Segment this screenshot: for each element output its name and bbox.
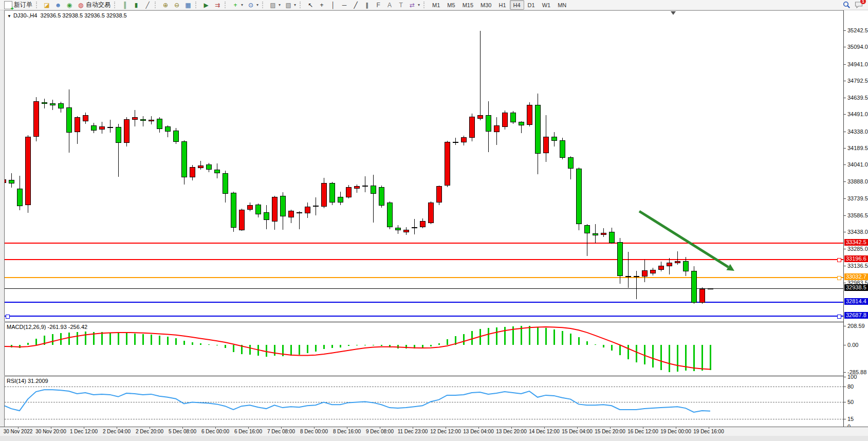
candle bbox=[354, 186, 360, 189]
time-label: 7 Dec 08:00 bbox=[267, 429, 295, 434]
zoom-out-button[interactable]: ⊖ bbox=[171, 0, 182, 10]
rsi-label: RSI(14) 31.2009 bbox=[7, 378, 48, 384]
axis-tick-label: 33586.5 bbox=[847, 212, 868, 218]
chevron-down-icon: ▾ bbox=[256, 3, 258, 7]
main-chart-panel[interactable]: ▼DJ30-,H4 32936.5 32938.5 32936.5 32938.… bbox=[4, 10, 843, 321]
candle bbox=[519, 122, 524, 125]
fibonacci-button[interactable]: F bbox=[373, 0, 384, 10]
tile-windows-button[interactable]: ▦ bbox=[182, 0, 194, 10]
candle bbox=[297, 212, 302, 213]
timeframe-m5-button[interactable]: M5 bbox=[444, 0, 458, 10]
zoom-in-button[interactable]: ⊕ bbox=[160, 0, 171, 10]
axis-tick bbox=[844, 345, 846, 345]
time-label: 8 Dec 16:00 bbox=[333, 429, 361, 434]
axis-tick-label: 33285.0 bbox=[847, 246, 868, 252]
cursor-icon: ↖ bbox=[307, 2, 314, 9]
candle bbox=[231, 193, 236, 228]
candle bbox=[568, 157, 574, 169]
axis-tick-label: 15 bbox=[847, 416, 854, 422]
time-label: 19 Dec 00:00 bbox=[660, 429, 691, 434]
axis-tick bbox=[844, 30, 846, 31]
axis-tick-label: 34792.5 bbox=[847, 78, 868, 84]
candle bbox=[617, 242, 623, 276]
axis-tick-label: 33888.0 bbox=[847, 178, 868, 185]
periods-clock-button[interactable]: ⊙▾ bbox=[245, 0, 261, 10]
price-badge: 33032.7 bbox=[844, 273, 868, 280]
new-order-button[interactable]: + 新订单 bbox=[2, 0, 34, 10]
macd-panel[interactable]: MACD(12,26,9) -261.93 -256.42 bbox=[4, 323, 843, 375]
rsi-panel[interactable]: RSI(14) 31.2009 bbox=[4, 377, 843, 427]
auto-scroll-button[interactable]: ▶ bbox=[200, 0, 212, 10]
time-label: 2 Dec 20:00 bbox=[136, 429, 163, 434]
timeframe-d1-button[interactable]: D1 bbox=[524, 0, 539, 10]
templates-icon: ▨ bbox=[269, 2, 276, 9]
candle bbox=[642, 270, 648, 277]
candle bbox=[445, 142, 450, 186]
cursor-button[interactable]: ↖ bbox=[305, 0, 316, 10]
autotrade-button[interactable]: ◍自动交易 bbox=[75, 0, 113, 10]
candle bbox=[288, 211, 294, 217]
horizontal-line-button[interactable]: ─ bbox=[339, 0, 350, 10]
price-scale[interactable]: 35242.535094.034941.034792.534639.534491… bbox=[843, 10, 868, 427]
timeframe-m30-button[interactable]: M30 bbox=[477, 0, 495, 10]
highlighter-button[interactable]: ◪ bbox=[41, 0, 52, 10]
timeframe-m15-button[interactable]: M15 bbox=[459, 0, 477, 10]
search-icon bbox=[843, 1, 851, 9]
candle bbox=[403, 230, 409, 232]
chart-shift-button[interactable]: ⇉ bbox=[212, 0, 223, 10]
candle bbox=[708, 288, 713, 289]
text-label-button[interactable]: T bbox=[395, 0, 407, 10]
toolbar-group-separator bbox=[114, 2, 117, 8]
text-label-icon: T bbox=[397, 2, 404, 9]
bar-chart-button[interactable]: ║ bbox=[119, 0, 131, 10]
profiles-button[interactable]: ☻ bbox=[52, 0, 64, 10]
timeframe-h4-button[interactable]: H4 bbox=[510, 0, 524, 10]
timeframe-mn-button[interactable]: MN bbox=[554, 0, 570, 10]
trendline-button[interactable]: ╱ bbox=[350, 0, 361, 10]
candle bbox=[214, 170, 220, 173]
add-indicator-button[interactable]: +▾ bbox=[230, 0, 245, 10]
toolbar-groups: ◪☻◉◍自动交易║▮╱⊕⊖▦▶⇉+▾⊙▾▨▾▧▾↖+│─╱∥FAT⇄▾M1M5M… bbox=[34, 0, 570, 10]
text-button[interactable]: A bbox=[384, 0, 395, 10]
candle-wick bbox=[143, 116, 143, 126]
axis-tick-label: 34941.0 bbox=[847, 61, 868, 67]
candle bbox=[576, 169, 582, 224]
candle-wick bbox=[636, 271, 637, 299]
templates-button[interactable]: ▨▾ bbox=[267, 0, 283, 10]
candle bbox=[428, 203, 434, 223]
timeframe-h1-button[interactable]: H1 bbox=[495, 0, 509, 10]
crosshair-button[interactable]: + bbox=[316, 0, 327, 10]
candle bbox=[387, 203, 393, 227]
time-label: 11 Dec 23:00 bbox=[398, 429, 428, 434]
zoom-out-icon: ⊖ bbox=[173, 2, 180, 9]
axis-tick bbox=[844, 181, 846, 182]
candle bbox=[346, 187, 352, 197]
arrows-button[interactable]: ⇄▾ bbox=[407, 0, 422, 10]
timeframe-w1-button[interactable]: W1 bbox=[539, 0, 555, 10]
line-chart-button[interactable]: ╱ bbox=[142, 0, 153, 10]
candle bbox=[280, 196, 286, 216]
candle bbox=[321, 183, 327, 206]
bottom-strip bbox=[0, 436, 868, 441]
chat-button[interactable]: 1 bbox=[855, 1, 863, 9]
time-label: 13 Dec 20:00 bbox=[496, 429, 527, 434]
vertical-line-button[interactable]: │ bbox=[327, 0, 339, 10]
candle bbox=[543, 137, 549, 153]
candle bbox=[535, 105, 541, 154]
collapse-ohlc-icon[interactable]: ▼ bbox=[7, 14, 11, 19]
candlestick-chart-button[interactable]: ▮ bbox=[131, 0, 142, 10]
candle bbox=[584, 225, 590, 233]
timeframe-m1-button[interactable]: M1 bbox=[429, 0, 444, 10]
candle bbox=[239, 210, 245, 230]
channel-button[interactable]: ∥ bbox=[361, 0, 373, 10]
trend-arrow-annotation[interactable] bbox=[5, 11, 843, 321]
candle bbox=[412, 227, 417, 228]
signals-button[interactable]: ◉ bbox=[64, 0, 75, 10]
search-button[interactable] bbox=[843, 1, 851, 9]
time-scale[interactable]: 30 Nov 202230 Nov 20:001 Dec 12:002 Dec … bbox=[0, 427, 868, 436]
indicator-windows-button[interactable]: ▧▾ bbox=[283, 0, 298, 10]
candle bbox=[329, 183, 335, 202]
chart-shift-marker[interactable] bbox=[671, 11, 676, 15]
macd-label: MACD(12,26,9) -261.93 -256.42 bbox=[7, 324, 87, 330]
toolbar-group-separator bbox=[195, 2, 198, 8]
